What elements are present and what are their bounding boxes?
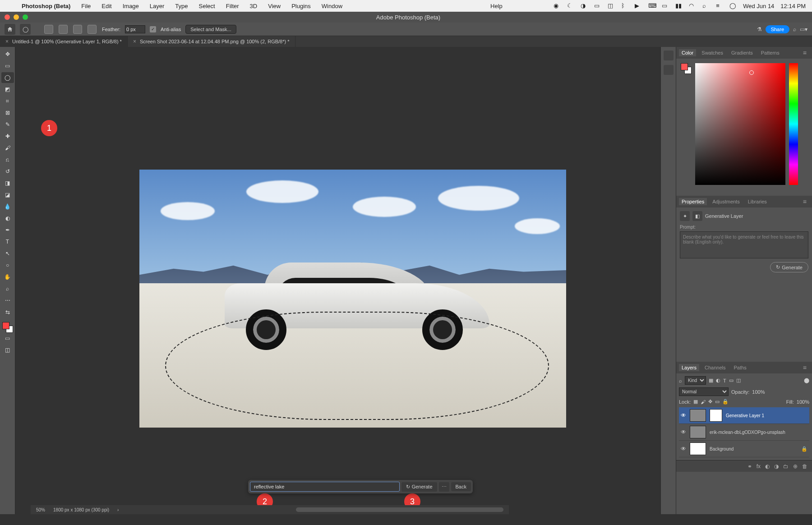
workspace-icon[interactable]: ▭▾ xyxy=(800,26,807,32)
selection-add[interactable] xyxy=(59,25,68,34)
mask-thumbnail[interactable] xyxy=(710,409,722,422)
status-icon-3[interactable]: ◑ xyxy=(581,2,588,9)
hand-tool[interactable]: ✋ xyxy=(1,272,14,282)
document-canvas[interactable] xyxy=(139,170,566,428)
gradient-tool[interactable]: ◪ xyxy=(1,189,14,200)
panel-menu-icon[interactable]: ≡ xyxy=(800,363,809,372)
tab-patterns[interactable]: Patterns xyxy=(758,49,782,56)
battery-icon[interactable]: ▮▮ xyxy=(675,2,683,9)
menu-layer[interactable]: Layer xyxy=(145,3,169,9)
link-layers-icon[interactable]: ⚭ xyxy=(747,463,752,470)
path-select-tool[interactable]: ↖ xyxy=(1,248,14,259)
siri-icon[interactable]: ◯ xyxy=(729,2,737,9)
saturation-value-picker[interactable] xyxy=(695,63,785,185)
keyboard-icon[interactable]: ⌨ xyxy=(648,2,655,9)
horizontal-scrollbar[interactable] xyxy=(296,507,503,512)
generate-button[interactable]: ↻Generate xyxy=(401,482,437,492)
brush-tool[interactable]: 🖌 xyxy=(1,143,14,153)
menu-help[interactable]: Help xyxy=(486,3,507,9)
properties-generate-button[interactable]: ↻Generate xyxy=(770,262,808,272)
move-tool[interactable]: ✥ xyxy=(1,49,14,60)
lock-position-icon[interactable]: ✥ xyxy=(708,399,712,405)
blend-mode-select[interactable]: Normal xyxy=(679,387,729,396)
menu-view[interactable]: View xyxy=(263,3,285,9)
tab-swatches[interactable]: Swatches xyxy=(699,49,726,56)
menu-select[interactable]: Select xyxy=(194,3,220,9)
status-icon-2[interactable]: ☾ xyxy=(567,2,574,9)
layer-name[interactable]: Background xyxy=(710,447,798,451)
generative-prompt-input[interactable] xyxy=(250,482,400,492)
new-group-icon[interactable]: 🗀 xyxy=(783,463,789,470)
zoom-window-button[interactable] xyxy=(23,14,28,20)
prompt-textarea[interactable]: Describe what you'd like to generate or … xyxy=(680,231,808,258)
zoom-tool[interactable]: ⌕ xyxy=(1,283,14,294)
visibility-toggle[interactable]: 👁 xyxy=(681,412,686,419)
tab-properties[interactable]: Properties xyxy=(679,198,707,205)
layer-mask-icon[interactable]: ◐ xyxy=(765,463,770,470)
color-swatches[interactable] xyxy=(2,322,13,333)
lasso-tool[interactable]: ◯ xyxy=(1,72,14,83)
opacity-value[interactable]: 100% xyxy=(752,389,765,395)
lock-artboard-icon[interactable]: ▭ xyxy=(715,399,720,405)
tab-color[interactable]: Color xyxy=(679,49,696,56)
share-button[interactable]: Share xyxy=(766,25,789,33)
bluetooth-icon[interactable]: ᛒ xyxy=(621,2,628,9)
menu-file[interactable]: File xyxy=(77,3,95,9)
fill-value[interactable]: 100% xyxy=(797,399,809,405)
document-dimensions[interactable]: 1800 px x 1080 px (300 ppi) xyxy=(53,507,109,512)
filter-type-icon[interactable]: T xyxy=(723,378,726,383)
layer-thumbnail[interactable] xyxy=(690,409,706,422)
type-tool[interactable]: T xyxy=(1,236,14,247)
selection-subtract[interactable] xyxy=(73,25,82,34)
blur-tool[interactable]: 💧 xyxy=(1,201,14,212)
minimize-window-button[interactable] xyxy=(14,14,19,20)
app-menu[interactable]: Photoshop (Beta) xyxy=(17,3,75,9)
foreground-color[interactable] xyxy=(2,322,9,329)
tab-adjustments[interactable]: Adjustments xyxy=(710,198,743,205)
menu-3d[interactable]: 3D xyxy=(245,3,262,9)
menu-plugins[interactable]: Plugins xyxy=(287,3,315,9)
more-options-button[interactable]: ⋯ xyxy=(439,482,449,492)
control-center-icon[interactable]: ≡ xyxy=(716,2,723,9)
date-label[interactable]: Wed Jun 14 xyxy=(743,3,774,9)
eraser-tool[interactable]: ◨ xyxy=(1,178,14,189)
tab-channels[interactable]: Channels xyxy=(702,364,728,371)
beaker-icon[interactable]: ⚗ xyxy=(757,26,762,32)
quick-mask-icon[interactable]: ◫ xyxy=(1,345,14,355)
wifi-icon[interactable]: ◠ xyxy=(689,2,696,9)
filter-icon[interactable]: ⌕ xyxy=(679,378,682,383)
tab-screenshot[interactable]: × Screen Shot 2023-06-14 at 12.04.48 PM.… xyxy=(128,36,295,47)
eyedropper-tool[interactable]: ✎ xyxy=(1,119,14,130)
back-button[interactable]: Back xyxy=(451,482,471,491)
layer-name[interactable]: Generative Layer 1 xyxy=(726,413,807,418)
object-select-tool[interactable]: ◩ xyxy=(1,84,14,95)
lock-all-icon[interactable]: 🔒 xyxy=(722,399,729,405)
filter-smart-icon[interactable]: ◫ xyxy=(736,378,741,383)
antialias-checkbox[interactable]: ✓ xyxy=(150,26,156,32)
filter-toggle-icon[interactable]: ⬤ xyxy=(804,378,809,383)
tab-untitled[interactable]: × Untitled-1 @ 100% (Generative Layer 1,… xyxy=(0,36,128,47)
search-icon[interactable]: ⌕ xyxy=(702,2,710,9)
menu-image[interactable]: Image xyxy=(118,3,143,9)
panel-menu-icon[interactable]: ≡ xyxy=(800,48,809,57)
selection-intersect[interactable] xyxy=(88,25,97,34)
zoom-level[interactable]: 50% xyxy=(36,507,45,512)
dock-icon-2[interactable] xyxy=(664,65,674,75)
close-window-button[interactable] xyxy=(5,14,10,20)
layer-item[interactable]: 👁 Generative Layer 1 xyxy=(679,407,809,424)
feather-input[interactable] xyxy=(125,25,145,33)
frame-tool[interactable]: ⊠ xyxy=(1,107,14,118)
lock-image-icon[interactable]: 🖌 xyxy=(701,399,706,405)
tab-gradients[interactable]: Gradients xyxy=(729,49,756,56)
status-icon-1[interactable]: ◉ xyxy=(554,2,561,9)
layer-filter-select[interactable]: Kind xyxy=(685,376,706,385)
layer-item[interactable]: 👁 erik-mclean-dbLgODXOPgo-unsplash xyxy=(679,424,809,441)
selection-new[interactable] xyxy=(44,25,53,34)
play-icon[interactable]: ▶ xyxy=(635,2,642,9)
dodge-tool[interactable]: ◐ xyxy=(1,213,14,224)
layer-name[interactable]: erik-mclean-dbLgODXOPgo-unsplash xyxy=(710,430,807,435)
menu-edit[interactable]: Edit xyxy=(97,3,116,9)
new-layer-icon[interactable]: ⊕ xyxy=(793,463,798,470)
outline-icon[interactable]: ◫ xyxy=(608,2,615,9)
close-tab-icon[interactable]: × xyxy=(133,38,136,45)
